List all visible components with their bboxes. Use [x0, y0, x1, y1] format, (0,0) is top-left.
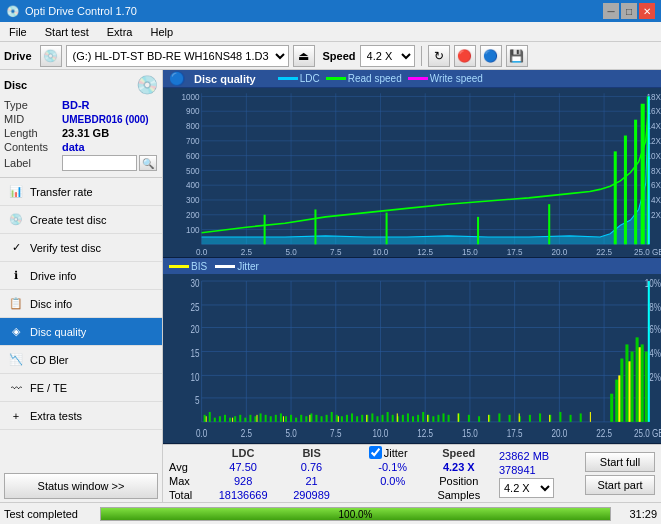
sidebar-item-create-test-disc[interactable]: 💿 Create test disc — [0, 206, 162, 234]
progress-bar: 100.0% — [100, 507, 611, 521]
drive-select[interactable]: (G:) HL-DT-ST BD-RE WH16NS48 1.D3 — [66, 45, 289, 67]
start-part-button[interactable]: Start part — [585, 475, 655, 495]
svg-text:800: 800 — [186, 121, 200, 131]
svg-rect-179 — [283, 416, 284, 422]
close-button[interactable]: ✕ — [639, 3, 655, 19]
speed-value: 4.23 X — [425, 460, 493, 474]
svg-rect-123 — [290, 415, 292, 422]
svg-rect-124 — [295, 418, 297, 422]
status-window-button[interactable]: Status window >> — [4, 473, 158, 499]
svg-text:2%: 2% — [649, 371, 661, 384]
svg-rect-108 — [214, 418, 216, 422]
svg-rect-115 — [249, 415, 251, 422]
maximize-button[interactable]: □ — [621, 3, 637, 19]
svg-text:6X: 6X — [651, 180, 661, 190]
drive-toolbar: Drive 💿 (G:) HL-DT-ST BD-RE WH16NS48 1.D… — [0, 42, 661, 70]
title-bar-left: 💿 Opti Drive Control 1.70 — [6, 5, 137, 18]
svg-text:25: 25 — [191, 300, 200, 313]
drive-icon-btn[interactable]: 💿 — [40, 45, 62, 67]
svg-text:900: 900 — [186, 106, 200, 116]
sidebar-item-extra-tests[interactable]: + Extra tests — [0, 402, 162, 430]
svg-text:7.5: 7.5 — [330, 427, 342, 440]
svg-text:10: 10 — [191, 371, 200, 384]
avg-jitter: -0.1% — [361, 460, 425, 474]
avg-ldc: 47.50 — [205, 460, 281, 474]
start-full-button[interactable]: Start full — [585, 452, 655, 472]
legend-read-speed: Read speed — [326, 73, 402, 84]
svg-text:8%: 8% — [649, 300, 661, 313]
samples-value-row: 378941 — [499, 464, 579, 476]
sidebar-item-label-disc-quality: Disc quality — [30, 326, 86, 338]
sidebar-item-drive-info[interactable]: ℹ Drive info — [0, 262, 162, 290]
disc-mid-label: MID — [4, 113, 62, 125]
toolbar-btn-3[interactable]: 🔵 — [480, 45, 502, 67]
svg-rect-180 — [309, 415, 310, 422]
speed-select[interactable]: 4.2 X — [360, 45, 415, 67]
toolbar-btn-2[interactable]: 🔴 — [454, 45, 476, 67]
disc-label-input[interactable] — [62, 155, 137, 171]
svg-text:20.0: 20.0 — [551, 247, 567, 257]
max-ldc: 928 — [205, 474, 281, 488]
svg-text:17.5: 17.5 — [507, 247, 523, 257]
disc-label-browse-btn[interactable]: 🔍 — [139, 155, 157, 171]
menu-start-test[interactable]: Start test — [40, 25, 94, 39]
menu-extra[interactable]: Extra — [102, 25, 138, 39]
svg-rect-189 — [590, 412, 591, 422]
disc-length-label: Length — [4, 127, 62, 139]
toolbar-btn-save[interactable]: 💾 — [506, 45, 528, 67]
menu-help[interactable]: Help — [145, 25, 178, 39]
max-jitter: 0.0% — [361, 474, 425, 488]
avg-bis: 0.76 — [281, 460, 342, 474]
svg-rect-131 — [331, 412, 333, 422]
minimize-button[interactable]: ─ — [603, 3, 619, 19]
sidebar: Disc 💿 Type BD-R MID UMEBDR016 (000) Len… — [0, 70, 163, 502]
eject-button[interactable]: ⏏ — [293, 45, 315, 67]
svg-text:10.0: 10.0 — [373, 247, 389, 257]
svg-rect-160 — [509, 415, 511, 422]
svg-text:0.0: 0.0 — [196, 247, 208, 257]
svg-rect-113 — [239, 415, 241, 422]
toolbar-btn-1[interactable]: ↻ — [428, 45, 450, 67]
svg-text:300: 300 — [186, 195, 200, 205]
menu-file[interactable]: File — [4, 25, 32, 39]
svg-rect-136 — [356, 416, 358, 422]
svg-rect-110 — [224, 415, 226, 422]
svg-text:15.0: 15.0 — [462, 427, 478, 440]
position-value: 23862 MB — [499, 450, 549, 462]
svg-rect-142 — [387, 412, 389, 422]
jitter-checkbox[interactable] — [369, 446, 382, 459]
sidebar-item-label-fe-te: FE / TE — [30, 382, 67, 394]
sidebar-item-label-extra: Extra tests — [30, 410, 82, 422]
svg-rect-135 — [351, 413, 353, 421]
speed-dropdown[interactable]: 4.2 X — [499, 478, 554, 498]
drive-label: Drive — [4, 50, 32, 62]
legend-read-label: Read speed — [348, 73, 402, 84]
sidebar-item-label-create: Create test disc — [30, 214, 106, 226]
sidebar-item-transfer-rate[interactable]: 📊 Transfer rate — [0, 178, 162, 206]
svg-rect-127 — [310, 413, 312, 421]
sidebar-item-fe-te[interactable]: 〰 FE / TE — [0, 374, 162, 402]
disc-mid-row: MID UMEBDR016 (000) — [4, 113, 158, 125]
svg-rect-0 — [163, 88, 661, 257]
sidebar-item-disc-quality[interactable]: ◈ Disc quality — [0, 318, 162, 346]
chart2-svg: 30 25 20 15 10 5 10% 8% 6% 4% 2% 0.0 2.5… — [163, 274, 661, 443]
sidebar-item-disc-info[interactable]: 📋 Disc info — [0, 290, 162, 318]
svg-rect-141 — [382, 415, 384, 422]
nav-items: 📊 Transfer rate 💿 Create test disc ✓ Ver… — [0, 178, 162, 470]
legend-ldc-label: LDC — [300, 73, 320, 84]
disc-label-label: Label — [4, 157, 62, 169]
svg-text:5.0: 5.0 — [285, 247, 297, 257]
svg-text:10%: 10% — [645, 276, 661, 289]
svg-rect-121 — [280, 413, 282, 421]
verify-test-icon: ✓ — [8, 240, 24, 256]
svg-rect-190 — [618, 375, 620, 421]
create-test-icon: 💿 — [8, 212, 24, 228]
transfer-rate-icon: 📊 — [8, 184, 24, 200]
legend-write-speed: Write speed — [408, 73, 483, 84]
svg-rect-192 — [639, 347, 641, 422]
sidebar-item-verify-test-disc[interactable]: ✓ Verify test disc — [0, 234, 162, 262]
quality-header-title: Disc quality — [194, 73, 256, 85]
sidebar-item-cd-bler[interactable]: 📉 CD Bler — [0, 346, 162, 374]
sidebar-item-label-drive-info: Drive info — [30, 270, 76, 282]
stats-header-ldc: LDC — [205, 445, 281, 460]
